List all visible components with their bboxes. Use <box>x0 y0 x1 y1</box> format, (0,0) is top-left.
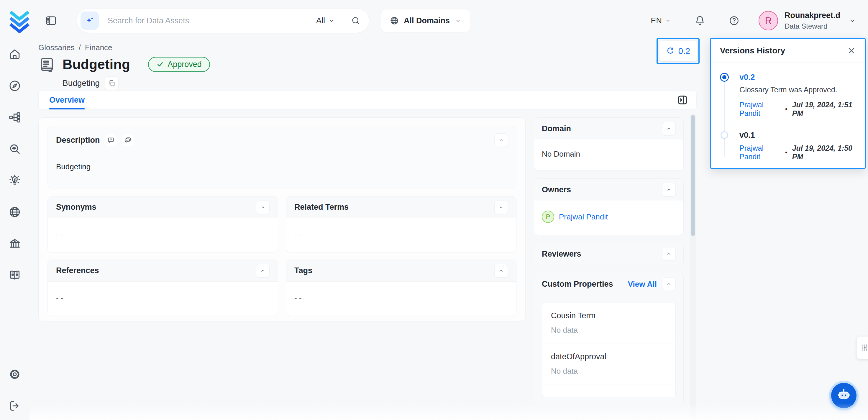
related-terms-value: - - <box>286 218 516 252</box>
synonyms-value: - - <box>48 218 278 252</box>
sidebar-item-observability[interactable] <box>8 143 21 155</box>
domain-value: No Domain <box>534 140 683 171</box>
global-search-bar[interactable]: All <box>77 8 369 33</box>
property-value: No data <box>551 367 666 376</box>
owner-item[interactable]: P Prajwal Pandit <box>542 211 676 223</box>
search-scope-dropdown[interactable]: All <box>316 16 335 25</box>
sidebar-item-glossary[interactable] <box>8 269 21 282</box>
chevron-down-icon[interactable] <box>848 17 856 25</box>
comments-button[interactable] <box>122 134 134 146</box>
related-terms-collapse-button[interactable] <box>494 201 508 214</box>
property-row: dateOfApproval No data <box>542 343 675 385</box>
related-terms-card: Related Terms - - <box>286 196 517 252</box>
property-row: Cousin Term No data <box>542 303 675 343</box>
all-domains-dropdown[interactable]: All Domains <box>381 9 470 32</box>
references-collapse-button[interactable] <box>256 264 270 277</box>
description-collapse-button[interactable] <box>494 133 508 147</box>
logout-icon <box>8 399 21 412</box>
related-terms-title: Related Terms <box>294 203 349 212</box>
help-button[interactable] <box>728 15 740 26</box>
request-description-button[interactable] <box>105 134 117 146</box>
sidebar-item-settings[interactable] <box>8 368 21 381</box>
custom-properties-collapse-button[interactable] <box>662 277 676 291</box>
expand-side-panel-button[interactable] <box>676 94 689 106</box>
comment-dots-icon <box>124 137 131 144</box>
chevron-up-icon <box>498 267 505 274</box>
bell-icon <box>694 15 706 26</box>
sidebar-toggle-icon[interactable] <box>45 14 57 27</box>
bottom-fade <box>30 403 868 420</box>
tags-value: - - <box>286 282 516 316</box>
sidebar-item-lineage[interactable] <box>8 111 21 124</box>
chevron-up-icon <box>259 204 266 211</box>
custom-properties-card: Custom Properties View All Cousin Term N… <box>534 273 684 405</box>
collapse-handle-button[interactable] <box>857 336 868 359</box>
sidebar-item-govern[interactable] <box>8 237 21 250</box>
tab-active-underline <box>49 108 85 110</box>
meta-bullet: • <box>785 149 787 156</box>
chevron-down-icon <box>665 18 671 24</box>
sidebar-item-insights[interactable] <box>8 174 21 187</box>
status-badge-label: Approved <box>167 60 202 69</box>
owner-name-link[interactable]: Prajwal Pandit <box>559 212 608 221</box>
version-button-label: 0.2 <box>678 46 690 56</box>
view-all-link[interactable]: View All <box>628 280 657 289</box>
domain-collapse-button[interactable] <box>662 122 676 136</box>
owners-collapse-button[interactable] <box>662 183 676 197</box>
chevron-up-icon <box>259 267 266 274</box>
search-scope-label: All <box>316 16 325 25</box>
description-card: Description B <box>48 126 517 188</box>
chevron-up-icon <box>665 250 673 258</box>
versions-panel-title: Versions History <box>720 46 785 55</box>
version-button-highlight: 0.2 <box>656 38 700 64</box>
language-selector[interactable]: EN <box>651 16 671 25</box>
sidebar-item-explore[interactable] <box>8 79 21 92</box>
custom-properties-list: Cousin Term No data dateOfApproval No da… <box>542 303 676 397</box>
owner-avatar: P <box>542 211 554 223</box>
sidebar-item-logout[interactable] <box>8 399 21 412</box>
close-icon <box>847 46 856 55</box>
search-icon[interactable] <box>351 16 361 26</box>
owners-card: Owners P Prajwal Pandit <box>534 178 684 235</box>
notifications-button[interactable] <box>694 15 706 26</box>
ai-sparkle-icon[interactable] <box>81 11 99 30</box>
description-text: Budgeting <box>56 162 508 171</box>
rail-scrollbar-thumb[interactable] <box>691 115 695 236</box>
user-avatar[interactable]: R <box>758 11 778 30</box>
owners-title: Owners <box>542 185 571 194</box>
copy-icon <box>108 79 116 87</box>
synonyms-collapse-button[interactable] <box>256 201 270 214</box>
version-radio-selected[interactable] <box>720 73 729 82</box>
close-button[interactable] <box>847 46 856 55</box>
user-menu[interactable]: Rounakpreet.d Data Steward <box>784 11 840 31</box>
status-badge[interactable]: Approved <box>148 57 210 72</box>
chat-assistant-button[interactable] <box>831 383 857 408</box>
tab-overview[interactable]: Overview <box>49 91 85 110</box>
version-button[interactable]: 0.2 <box>659 41 696 61</box>
tab-overview-label: Overview <box>49 96 85 105</box>
language-label: EN <box>651 16 662 25</box>
custom-properties-title: Custom Properties <box>542 280 613 289</box>
version-label[interactable]: v0.1 <box>739 131 856 140</box>
owner-avatar-initial: P <box>546 213 550 220</box>
version-label[interactable]: v0.2 <box>739 73 856 82</box>
title-divider <box>139 58 139 71</box>
copy-button[interactable] <box>105 77 119 90</box>
version-refresh-icon <box>666 47 675 55</box>
app-logo-icon[interactable] <box>7 8 32 33</box>
search-input[interactable] <box>107 16 316 25</box>
breadcrumb-finance[interactable]: Finance <box>85 43 112 52</box>
version-author-link[interactable]: Prajwal Pandit <box>739 144 780 161</box>
sidebar-item-home[interactable] <box>8 48 21 61</box>
version-entry-v01: v0.1 Prajwal Pandit • Jul 19, 2024, 1:50… <box>720 131 856 161</box>
sidebar-item-domains[interactable] <box>8 206 21 218</box>
search-eye-icon <box>8 143 21 155</box>
version-author-link[interactable]: Prajwal Pandit <box>739 100 780 118</box>
version-entry-v02: v0.2 Glossary Term was Approved. Prajwal… <box>720 73 856 118</box>
top-header: All All Domains EN R Ro <box>0 0 868 41</box>
breadcrumb-glossaries[interactable]: Glossaries <box>38 43 74 52</box>
reviewers-collapse-button[interactable] <box>662 247 676 261</box>
references-value: - - <box>48 282 278 316</box>
tags-collapse-button[interactable] <box>494 264 508 277</box>
version-radio-unselected[interactable] <box>720 131 728 139</box>
